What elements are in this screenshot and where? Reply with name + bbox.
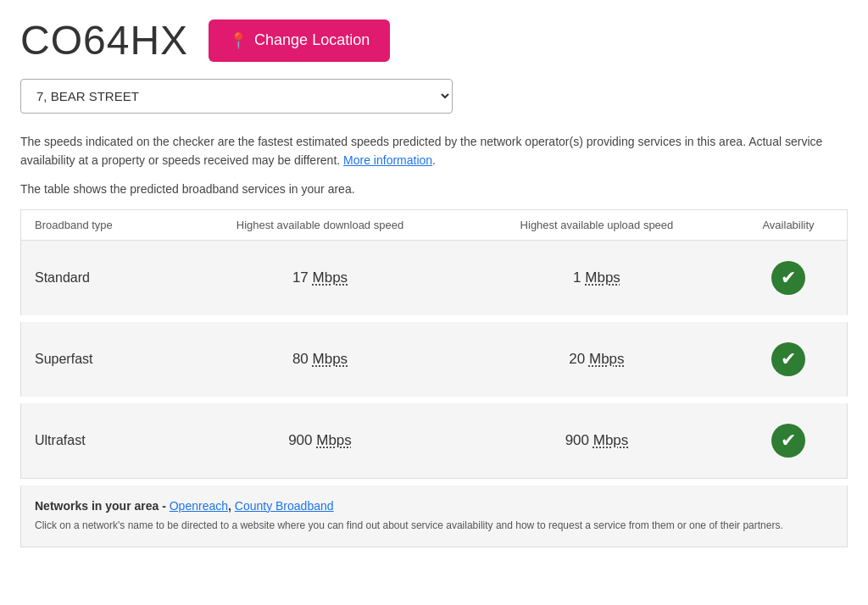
county-broadband-link[interactable]: County Broadband: [235, 499, 334, 513]
cell-type: Ultrafast: [21, 400, 177, 479]
page-header: CO64HX 📍 Change Location: [20, 17, 848, 64]
col-header-availability: Availability: [730, 209, 847, 240]
table-row: Standard17 Mbps1 Mbps✔: [21, 240, 848, 319]
cell-download: 17 Mbps: [176, 240, 464, 319]
cell-availability: ✔: [730, 400, 847, 479]
info-paragraph-1: The speeds indicated on the checker are …: [20, 132, 848, 170]
change-location-label: Change Location: [254, 31, 370, 49]
table-header-row: Broadband type Highest available downloa…: [21, 209, 848, 240]
networks-section: Networks in your area - Openreach, Count…: [20, 486, 848, 547]
cell-upload: 20 Mbps: [464, 319, 730, 400]
cell-type: Superfast: [21, 319, 177, 400]
cell-download: 80 Mbps: [176, 319, 464, 400]
broadband-table: Broadband type Highest available downloa…: [20, 209, 848, 479]
cell-availability: ✔: [730, 240, 847, 319]
table-intro-text: The table shows the predicted broadband …: [20, 182, 848, 196]
address-select[interactable]: 7, BEAR STREET: [20, 79, 453, 114]
cell-upload: 1 Mbps: [464, 240, 730, 319]
change-location-button[interactable]: 📍 Change Location: [209, 19, 390, 62]
networks-label: Networks in your area -: [35, 499, 170, 513]
cell-type: Standard: [21, 240, 177, 319]
col-header-download: Highest available download speed: [176, 209, 464, 240]
cell-availability: ✔: [730, 319, 847, 400]
networks-title: Networks in your area - Openreach, Count…: [35, 499, 833, 513]
table-row: Ultrafast900 Mbps900 Mbps✔: [21, 400, 848, 479]
cell-upload: 900 Mbps: [464, 400, 730, 479]
check-icon: ✔: [771, 342, 805, 376]
check-icon: ✔: [771, 424, 805, 458]
postcode-display: CO64HX: [20, 17, 188, 64]
table-row: Superfast80 Mbps20 Mbps✔: [21, 319, 848, 400]
location-icon: 📍: [229, 31, 248, 50]
openreach-link[interactable]: Openreach: [170, 499, 228, 513]
cell-download: 900 Mbps: [176, 400, 464, 479]
more-info-link[interactable]: More information: [343, 153, 432, 167]
col-header-upload: Highest available upload speed: [464, 209, 730, 240]
networks-description: Click on a network's name to be directed…: [35, 518, 833, 533]
check-icon: ✔: [771, 261, 805, 295]
col-header-type: Broadband type: [21, 209, 177, 240]
